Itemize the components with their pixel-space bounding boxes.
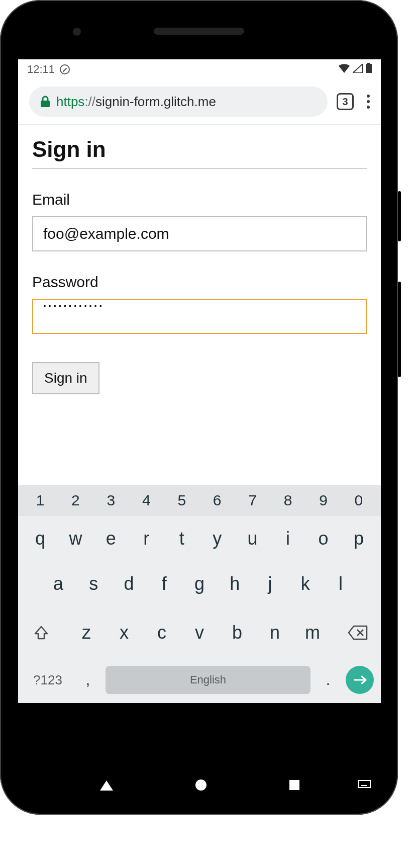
sign-in-button[interactable]: Sign in xyxy=(32,362,99,394)
key-b[interactable]: b xyxy=(222,622,252,643)
key-z[interactable]: z xyxy=(71,622,101,643)
dnd-icon xyxy=(60,64,70,74)
key-e[interactable]: e xyxy=(96,528,126,549)
screen: 12:11 https: xyxy=(18,59,381,703)
lock-icon xyxy=(40,96,50,108)
tab-switcher-button[interactable]: 3 xyxy=(337,93,354,110)
key-v[interactable]: v xyxy=(184,622,215,643)
phone-frame: 12:11 https: xyxy=(0,0,398,815)
key-h[interactable]: h xyxy=(220,573,250,594)
nav-back-button[interactable] xyxy=(99,778,114,794)
key-1[interactable]: 1 xyxy=(25,492,55,509)
key-q[interactable]: q xyxy=(25,528,55,549)
enter-key[interactable] xyxy=(346,666,374,694)
key-y[interactable]: y xyxy=(202,528,232,549)
key-s[interactable]: s xyxy=(78,573,109,594)
front-camera xyxy=(73,28,81,36)
key-3[interactable]: 3 xyxy=(96,492,126,509)
password-field[interactable]: ············ xyxy=(32,299,367,334)
key-t[interactable]: t xyxy=(167,528,197,549)
key-k[interactable]: k xyxy=(290,573,321,594)
key-7[interactable]: 7 xyxy=(238,492,268,509)
key-m[interactable]: m xyxy=(297,622,328,643)
email-label: Email xyxy=(32,191,367,208)
key-o[interactable]: o xyxy=(308,528,339,549)
page-title: Sign in xyxy=(32,137,367,162)
browser-toolbar: https://signin-form.glitch.me 3 xyxy=(18,79,381,125)
key-j[interactable]: j xyxy=(255,573,285,594)
key-d[interactable]: d xyxy=(114,573,144,594)
backspace-key[interactable] xyxy=(342,619,374,647)
key-l[interactable]: l xyxy=(326,573,356,594)
svg-rect-1 xyxy=(367,63,370,64)
space-key[interactable]: English xyxy=(106,666,311,694)
shift-key[interactable] xyxy=(25,619,57,647)
key-f[interactable]: f xyxy=(149,573,179,594)
key-5[interactable]: 5 xyxy=(167,492,197,509)
keyboard-bottom-row: ?123 , English . xyxy=(18,659,381,697)
nav-recents-button[interactable] xyxy=(288,779,300,793)
volume-button xyxy=(398,282,401,377)
key-6[interactable]: 6 xyxy=(202,492,232,509)
svg-rect-6 xyxy=(358,780,370,788)
period-key[interactable]: . xyxy=(316,671,341,688)
nav-home-button[interactable] xyxy=(194,778,208,794)
keyboard-row-2: a s d f g h j k l xyxy=(18,561,381,606)
keyboard-toggle-icon[interactable] xyxy=(358,780,371,792)
key-u[interactable]: u xyxy=(238,528,268,549)
email-field[interactable] xyxy=(32,216,367,251)
keyboard-row-1: q w e r t y u i o p xyxy=(18,516,381,561)
on-screen-keyboard: 1 2 3 4 5 6 7 8 9 0 q w e r t y u i o xyxy=(18,485,381,703)
key-r[interactable]: r xyxy=(131,528,161,549)
keyboard-row-3: z x c v b n m xyxy=(18,606,381,659)
key-g[interactable]: g xyxy=(184,573,215,594)
status-time: 12:11 xyxy=(27,63,55,76)
wifi-icon xyxy=(339,63,350,76)
page-content: Sign in Email Password ············ Sign… xyxy=(18,125,381,403)
power-button xyxy=(398,191,401,241)
key-p[interactable]: p xyxy=(344,528,374,549)
url-separator: :// xyxy=(84,94,95,109)
cell-signal-icon xyxy=(353,63,363,76)
key-a[interactable]: a xyxy=(43,573,73,594)
svg-rect-2 xyxy=(41,101,50,107)
comma-key[interactable]: , xyxy=(75,671,100,688)
battery-icon xyxy=(366,63,372,76)
key-9[interactable]: 9 xyxy=(308,492,339,509)
svg-rect-5 xyxy=(289,780,299,790)
key-x[interactable]: x xyxy=(109,622,139,643)
key-w[interactable]: w xyxy=(60,528,90,549)
url-scheme: https xyxy=(56,94,84,109)
key-n[interactable]: n xyxy=(260,622,290,643)
email-group: Email xyxy=(32,191,367,251)
key-4[interactable]: 4 xyxy=(131,492,161,509)
address-bar[interactable]: https://signin-form.glitch.me xyxy=(29,86,328,117)
key-8[interactable]: 8 xyxy=(273,492,303,509)
password-label: Password xyxy=(32,274,367,291)
svg-point-4 xyxy=(195,779,206,791)
key-0[interactable]: 0 xyxy=(344,492,374,509)
key-c[interactable]: c xyxy=(147,622,177,643)
password-group: Password ············ xyxy=(32,274,367,334)
earpiece xyxy=(154,28,244,35)
keyboard-number-row: 1 2 3 4 5 6 7 8 9 0 xyxy=(18,485,381,516)
more-menu-button[interactable] xyxy=(363,95,374,109)
key-i[interactable]: i xyxy=(273,528,303,549)
title-divider xyxy=(32,168,367,169)
key-2[interactable]: 2 xyxy=(60,492,90,509)
status-bar: 12:11 xyxy=(18,59,381,79)
svg-rect-0 xyxy=(366,64,372,73)
url-host: signin-form.glitch.me xyxy=(95,94,216,109)
symbols-key[interactable]: ?123 xyxy=(25,672,70,688)
